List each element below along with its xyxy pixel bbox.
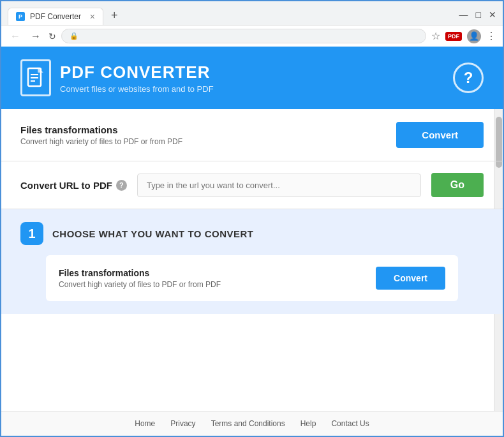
step-card-desc: Convert high variety of files to PDF or … (59, 280, 221, 289)
step-section: 1 CHOOSE WHAT YOU WANT TO CONVERT Files … (1, 209, 503, 314)
footer-link-terms[interactable]: Terms and Conditions (211, 419, 285, 428)
files-transform-desc: Convert high variety of files to PDF or … (20, 137, 182, 146)
close-window-button[interactable]: ✕ (489, 10, 496, 20)
forward-button[interactable]: → (28, 29, 43, 43)
page-content: PDF CONVERTER Convert files or websites … (1, 47, 503, 436)
tab-close-button[interactable]: × (90, 12, 95, 21)
user-avatar[interactable]: 👤 (467, 29, 481, 43)
step-card-title: Files transformations (59, 268, 221, 278)
footer-link-home[interactable]: Home (135, 419, 155, 428)
reload-button[interactable]: ↻ (48, 31, 56, 41)
step-card-text: Files transformations Convert high varie… (59, 268, 221, 289)
maximize-button[interactable]: □ (476, 10, 481, 20)
tab-title: PDF Converter (30, 12, 81, 21)
app-title: PDF CONVERTER (60, 63, 214, 82)
tab-favicon: P (16, 12, 25, 21)
app-header: PDF CONVERTER Convert files or websites … (1, 47, 503, 109)
browser-menu-icon[interactable]: ⋮ (486, 30, 496, 42)
footer: Home Privacy Terms and Conditions Help C… (1, 411, 503, 436)
minimize-button[interactable]: — (459, 10, 468, 20)
help-button[interactable]: ? (453, 63, 484, 93)
pdf-extension-badge[interactable]: PDF (445, 32, 462, 41)
footer-link-help[interactable]: Help (300, 419, 316, 428)
url-help-badge[interactable]: ? (116, 180, 127, 191)
url-input[interactable] (137, 174, 421, 197)
header-logo: PDF CONVERTER Convert files or websites … (20, 59, 214, 96)
address-bar[interactable]: 🔒 (61, 29, 426, 43)
step-convert-button[interactable]: Convert (376, 267, 445, 290)
convert-button[interactable]: Convert (396, 122, 484, 148)
new-tab-button[interactable]: + (106, 6, 123, 25)
files-transform-row: Files transformations Convert high varie… (1, 109, 503, 161)
step-card: Files transformations Convert high varie… (46, 255, 458, 301)
files-transform-text: Files transformations Convert high varie… (20, 124, 182, 146)
back-button[interactable]: ← (8, 29, 23, 43)
main-area: PDF Files transformations Convert high v… (1, 109, 503, 411)
step-number: 1 (20, 222, 43, 245)
files-transform-title: Files transformations (20, 124, 182, 135)
pdf-logo-icon (20, 59, 51, 96)
bookmark-icon[interactable]: ☆ (431, 30, 440, 42)
browser-tab[interactable]: P PDF Converter × (8, 8, 103, 25)
go-button[interactable]: Go (431, 173, 484, 197)
url-row: Convert URL to PDF ? Go (1, 161, 503, 209)
app-subtitle: Convert files or websites from and to PD… (60, 84, 214, 94)
content-inner: Files transformations Convert high varie… (1, 109, 503, 314)
url-label-text: Convert URL to PDF (20, 180, 112, 191)
url-label: Convert URL to PDF ? (20, 180, 127, 191)
footer-link-privacy[interactable]: Privacy (170, 419, 195, 428)
step-title: CHOOSE WHAT YOU WANT TO CONVERT (52, 228, 254, 239)
footer-link-contact[interactable]: Contact Us (331, 419, 369, 428)
step-header: 1 CHOOSE WHAT YOU WANT TO CONVERT (20, 222, 484, 245)
header-text: PDF CONVERTER Convert files or websites … (60, 63, 214, 94)
address-bar-row: ← → ↻ 🔒 ☆ PDF 👤 ⋮ (1, 25, 503, 47)
lock-icon: 🔒 (70, 32, 78, 40)
